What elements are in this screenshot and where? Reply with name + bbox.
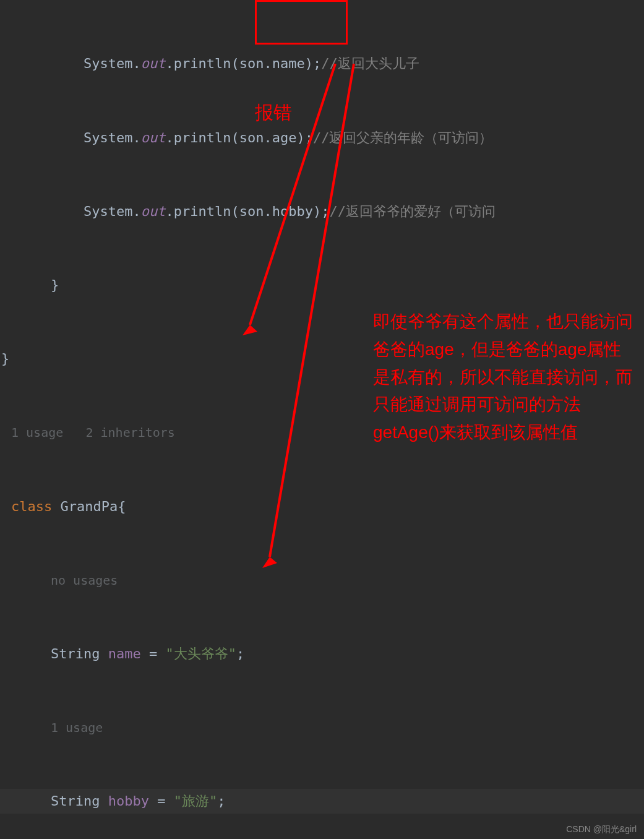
code-line: System.out.println(son.age);//返回父亲的年龄（可访…: [0, 125, 644, 150]
code-line: }: [0, 346, 644, 371]
usage-hint[interactable]: 1 usage: [11, 421, 63, 444]
usage-hint-line: 1 usage: [0, 715, 644, 740]
type: String: [51, 642, 108, 666]
code-line: String hobby = "旅游";: [0, 789, 644, 814]
brace: }: [1, 346, 9, 371]
class-keyword: class: [11, 494, 60, 519]
field-name: hobby: [108, 789, 149, 814]
brace: }: [51, 273, 59, 298]
field-name: name: [108, 642, 141, 666]
usage-hint[interactable]: 1 usage: [51, 716, 103, 739]
string-literal: "旅游": [174, 789, 218, 814]
usage-hint-line: no usages: [0, 568, 644, 593]
code-line: }: [0, 273, 644, 298]
usage-hint[interactable]: no usages: [51, 569, 118, 592]
string-literal: "大头爷爷": [165, 642, 236, 666]
code-line: System.out.println(son.name);//返回大头儿子: [0, 51, 644, 76]
usage-hint-line: 1 usage 2 inheritors: [0, 420, 644, 445]
type: String: [51, 789, 108, 814]
class-name: GrandPa: [60, 494, 118, 519]
code-text: System.out.println(son.hobby);//返回爷爷的爱好（…: [84, 199, 496, 224]
code-editor: System.out.println(son.name);//返回大头儿子 Sy…: [0, 2, 644, 839]
watermark: CSDN @阳光&girl: [566, 824, 637, 835]
code-line: System.out.println(son.hobby);//返回爷爷的爱好（…: [0, 199, 644, 224]
code-line: class GrandPa{: [0, 494, 644, 518]
inheritors-hint[interactable]: 2 inheritors: [85, 421, 175, 444]
code-text: System.out.println(son.name);//返回大头儿子: [84, 51, 419, 76]
code-text: System.out.println(son.age);//返回父亲的年龄（可访…: [84, 126, 492, 150]
code-line: String name = "大头爷爷";: [0, 642, 644, 666]
